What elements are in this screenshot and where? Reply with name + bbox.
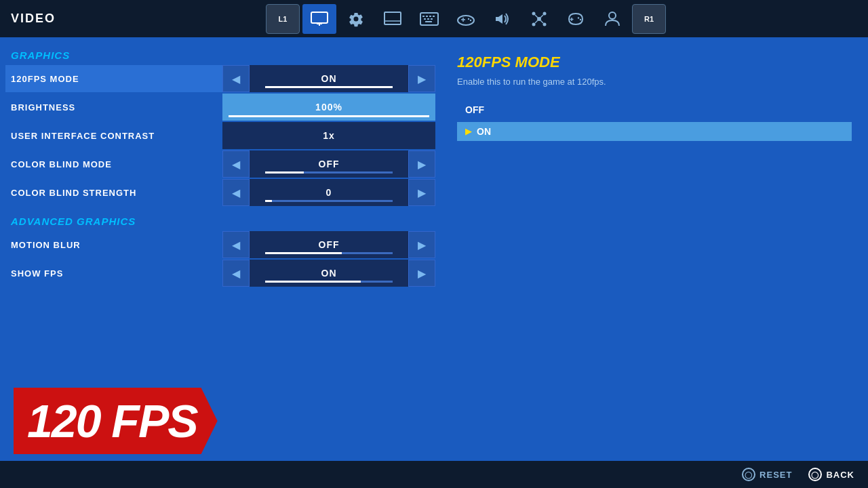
option-off[interactable]: OFF [457,100,852,119]
cbstrength-next-btn[interactable]: ▶ [408,179,435,206]
svg-marker-19 [496,14,502,24]
settings-row-motionblur[interactable]: MOTION BLUR ◀ OFF ▶ [5,231,435,258]
option-off-label: OFF [465,104,484,115]
nav-icon-controller-2[interactable] [449,4,483,34]
option-on-label: ON [477,126,491,137]
motionblur-next-btn[interactable]: ▶ [408,231,435,258]
option-list: OFF ▶ ON [457,100,852,141]
showfps-next-btn[interactable]: ▶ [408,260,435,287]
showfps-slider [265,281,392,283]
svg-rect-12 [431,18,433,20]
nav-icon-l1[interactable]: L1 [266,4,300,34]
fps-next-btn[interactable]: ▶ [408,65,435,92]
option-on-arrow: ▶ [465,127,471,136]
brightness-slider [229,115,429,117]
colorblind-value: OFF [250,150,408,178]
motionblur-value: OFF [250,231,408,258]
svg-rect-3 [384,12,401,24]
label-showfps: SHOW FPS [5,268,222,279]
control-showfps: ◀ ON ▶ [222,260,435,287]
reset-button[interactable]: ◯ RESET [742,468,792,481]
cbstrength-value: 0 [250,179,408,206]
svg-point-23 [532,22,536,26]
topbar: VIDEO L1 [0,0,868,37]
svg-line-28 [540,20,543,23]
motionblur-slider [265,252,392,254]
fps-slider [265,86,392,88]
settings-row-cbstrength[interactable]: COLOR BLIND STRENGTH ◀ 0 ▶ [5,179,435,206]
svg-rect-0 [311,12,328,23]
settings-row-colorblind[interactable]: COLOR BLIND MODE ◀ OFF ▶ [5,150,435,178]
nav-icon-display[interactable] [376,4,410,34]
colorblind-next-btn[interactable]: ▶ [408,150,435,178]
detail-title: 120FPS MODE [457,54,852,71]
label-brightness: BRIGHTNESS [5,102,222,113]
label-fps: 120FPS MODE [5,74,222,84]
nav-icon-monitor[interactable] [302,4,336,34]
nav-icon-gamepad[interactable] [559,4,593,34]
brightness-value: 100% [222,94,435,121]
label-cbstrength: COLOR BLIND STRENGTH [5,188,222,198]
label-contrast: USER INTERFACE CONTRAST [5,131,222,141]
back-label: BACK [826,470,854,480]
nav-icon-network[interactable] [522,4,556,34]
svg-line-27 [535,20,538,23]
nav-icon-person[interactable] [595,4,629,34]
label-motionblur: MOTION BLUR [5,240,222,250]
cbstrength-slider [265,200,392,202]
svg-rect-13 [425,21,432,22]
svg-rect-11 [427,18,429,20]
svg-line-25 [535,15,538,18]
nav-icon-r1[interactable]: R1 [632,4,666,34]
svg-line-26 [540,15,543,18]
settings-row-contrast[interactable]: USER INTERFACE CONTRAST 1x [5,122,435,149]
nav-icon-keyboard[interactable] [412,4,446,34]
settings-row-brightness[interactable]: BRIGHTNESS 100% [5,94,435,121]
svg-point-31 [578,17,579,18]
settings-row-showfps[interactable]: SHOW FPS ◀ ON ▶ [5,260,435,287]
svg-point-33 [609,12,616,19]
back-button[interactable]: ◯ BACK [808,468,854,481]
fps-value: ON [250,65,408,92]
motionblur-prev-btn[interactable]: ◀ [222,231,250,258]
contrast-value: 1x [222,122,435,149]
colorblind-prev-btn[interactable]: ◀ [222,150,250,178]
svg-point-24 [543,22,547,26]
section-advanced: ADVANCED GRAPHICS [5,211,435,231]
control-contrast: 1x [222,122,435,149]
fps-prev-btn[interactable]: ◀ [222,65,250,92]
control-motionblur: ◀ OFF ▶ [222,231,435,258]
svg-rect-9 [433,16,435,17]
fps-badge-text: 120 FPS [14,388,218,454]
reset-icon: ◯ [742,468,755,481]
reset-label: RESET [760,470,792,480]
control-colorblind: ◀ OFF ▶ [222,150,435,178]
control-fps: ◀ ON ▶ [222,65,435,92]
settings-row-fps[interactable]: 120FPS MODE ◀ ON ▶ [5,65,435,92]
back-icon: ◯ [808,468,822,481]
section-graphics: GRAPHICS [5,45,435,65]
svg-point-21 [532,12,536,15]
svg-rect-7 [426,16,428,17]
detail-description: Enable this to run the game at 120fps. [457,77,852,87]
nav-icon-gear[interactable] [339,4,373,34]
right-panel: 120FPS MODE Enable this to run the game … [441,45,868,461]
svg-point-22 [543,12,547,15]
svg-rect-10 [424,18,426,20]
bottombar: ◯ RESET ◯ BACK [0,461,868,488]
page-title: VIDEO [11,12,56,26]
control-brightness: 100% [222,94,435,121]
nav-icons: L1 [75,4,857,34]
showfps-prev-btn[interactable]: ◀ [222,260,250,287]
colorblind-slider [265,171,392,174]
control-cbstrength: ◀ 0 ▶ [222,179,435,206]
svg-point-18 [470,19,471,20]
option-on[interactable]: ▶ ON [457,122,852,141]
fps-watermark: 120 FPS [14,388,218,454]
svg-point-32 [580,18,581,20]
svg-point-17 [468,18,469,19]
svg-point-14 [458,16,474,25]
label-colorblind: COLOR BLIND MODE [5,159,222,169]
nav-icon-sound[interactable] [486,4,519,34]
cbstrength-prev-btn[interactable]: ◀ [222,179,250,206]
